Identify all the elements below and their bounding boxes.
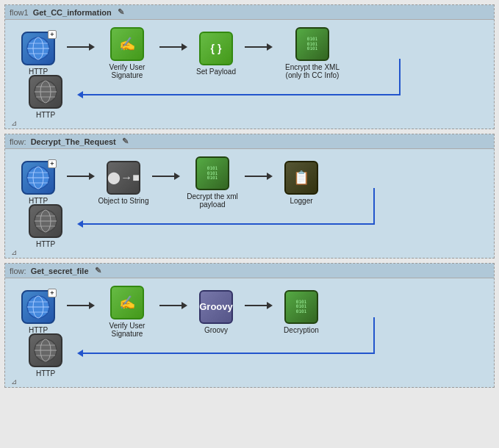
flow-content-2: + HTTP ⬤→■ <box>5 149 494 252</box>
node-object-2[interactable]: ⬤→■ Object to String <box>98 161 149 205</box>
return-line-v-3 <box>373 317 375 354</box>
node-label-http-return-2: HTTP <box>36 240 55 248</box>
node-label-http-return-3: HTTP <box>36 369 55 377</box>
resize-handle-1[interactable]: ⊿ <box>11 119 17 127</box>
node-label-http-2: HTTP <box>29 197 48 205</box>
flow-row-1: + HTTP ✍ <box>12 27 487 79</box>
http-icon-2[interactable]: + <box>21 161 55 195</box>
edit-icon-2[interactable]: ✎ <box>122 137 129 146</box>
globe-return-svg-2 <box>32 208 59 234</box>
flow-header-1: flow1 Get_CC_information ✎ <box>5 5 494 20</box>
node-groovy-3[interactable]: Groovy Groovy <box>190 290 242 334</box>
return-arrowhead-1 <box>77 91 83 98</box>
return-line-v-2 <box>373 188 375 225</box>
arrow-3-1-2 <box>67 302 95 309</box>
decrypt-icon-2[interactable]: 010101010101 <box>195 156 229 190</box>
flow-decrypt-request: flow: Decrypt_The_Request ✎ + HTTP <box>4 134 495 259</box>
arrow-3-3-4 <box>245 302 273 309</box>
http-icon-1[interactable]: + <box>21 32 55 65</box>
groovy-icon-3[interactable]: Groovy <box>199 290 233 324</box>
node-logger-2[interactable]: 📋 Logger <box>276 161 327 205</box>
flow-label-2: flow: <box>10 137 26 146</box>
node-http-1[interactable]: + HTTP <box>12 32 64 76</box>
globe-svg-2 <box>25 165 51 191</box>
flow-name-1: Get_CC_information <box>33 8 112 17</box>
node-setpayload-1[interactable]: { } Set Payload <box>190 32 242 76</box>
decryption-icon-3[interactable]: 010101010101 <box>284 290 318 324</box>
globe-return-svg-3 <box>32 337 59 364</box>
resize-handle-2[interactable]: ⊿ <box>11 248 17 256</box>
encrypt-icon-1[interactable]: 010101010101 <box>295 27 329 61</box>
node-label-http-return-1: HTTP <box>36 111 55 119</box>
node-label-http-3: HTTP <box>29 326 48 334</box>
return-arrowhead-2 <box>77 220 83 228</box>
return-line-h-2 <box>83 223 373 225</box>
flow-header-2: flow: Decrypt_The_Request ✎ <box>5 134 494 149</box>
node-decrypt-2[interactable]: 010101010101 Decrypt the xml payload <box>183 156 242 209</box>
globe-return-svg-1 <box>32 79 59 105</box>
http-return-icon-2[interactable] <box>29 204 62 238</box>
flow-header-3: flow: Get_secret_file ✎ <box>5 264 494 278</box>
setpayload-icon-1[interactable]: { } <box>199 32 233 65</box>
node-label-object-2: Object to String <box>98 197 149 205</box>
http-icon-3[interactable]: + <box>21 290 55 324</box>
node-http-3[interactable]: + HTTP <box>12 290 64 334</box>
return-line-v-1 <box>399 59 401 95</box>
node-http-return-3[interactable]: HTTP <box>20 333 71 377</box>
node-signature-1[interactable]: ✍ Verify User Signature <box>98 27 157 79</box>
arrow-3-4 <box>245 43 273 51</box>
logger-icon-2[interactable]: 📋 <box>284 161 318 195</box>
arrow-2-3 <box>159 43 187 51</box>
resize-handle-3[interactable]: ⊿ <box>11 377 17 386</box>
http-return-icon-3[interactable] <box>29 333 62 367</box>
node-http-2[interactable]: + HTTP <box>12 161 64 205</box>
flow-label-1: flow1 <box>10 8 29 17</box>
node-label-setpayload-1: Set Payload <box>196 68 236 76</box>
node-http-return-2[interactable]: HTTP <box>20 204 71 248</box>
edit-icon-1[interactable]: ✎ <box>118 7 124 17</box>
plus-badge-2: + <box>48 159 57 168</box>
return-arrowhead-3 <box>77 350 83 357</box>
binary-display-3: 010101010101 <box>296 300 306 314</box>
flow-get-secret-file: flow: Get_secret_file ✎ + HTTP <box>4 263 495 388</box>
flow-name-2: Decrypt_The_Request <box>31 137 116 146</box>
binary-display-2: 010101010101 <box>207 166 218 181</box>
edit-icon-3[interactable]: ✎ <box>95 266 101 275</box>
http-return-icon-1[interactable] <box>29 75 62 109</box>
return-line-h-3 <box>83 353 373 354</box>
node-label-decryption-3: Decryption <box>284 326 319 334</box>
node-signature-3[interactable]: ✍ Verify User Signature <box>98 286 157 338</box>
flow-row-2: + HTTP ⬤→■ <box>12 156 487 209</box>
node-encrypt-1[interactable]: 010101010101 Encrypt the XML (only th CC… <box>276 27 349 79</box>
arrow-1-2 <box>67 43 95 51</box>
flow-get-cc-information: flow1 Get_CC_information ✎ + HTTP <box>4 4 495 129</box>
arrow-2-1-2 <box>67 173 95 180</box>
flow-content-1: + HTTP ✍ <box>5 20 494 123</box>
arrow-2-2-3 <box>152 173 180 180</box>
binary-display-1: 010101010101 <box>307 37 317 51</box>
plus-badge-1: + <box>48 30 57 39</box>
node-label-logger-2: Logger <box>290 197 312 205</box>
signature-icon-3[interactable]: ✍ <box>110 286 144 319</box>
flow-name-3: Get_secret_file <box>31 267 89 275</box>
arrow-2-3-4 <box>245 173 273 180</box>
globe-svg-1 <box>25 35 51 62</box>
node-label-groovy-3: Groovy <box>204 326 228 334</box>
flow-label-3: flow: <box>10 267 26 275</box>
node-decryption-3[interactable]: 010101010101 Decryption <box>276 290 327 334</box>
node-label-http-1: HTTP <box>29 68 48 76</box>
arrow-3-2-3 <box>159 302 187 309</box>
return-line-h-1 <box>83 94 399 95</box>
plus-badge-3: + <box>48 289 57 297</box>
signature-icon-1[interactable]: ✍ <box>110 27 144 61</box>
globe-svg-3 <box>25 294 51 320</box>
object-icon-2[interactable]: ⬤→■ <box>107 161 140 195</box>
flow-content-3: + HTTP ✍ <box>5 278 494 381</box>
node-http-return-1[interactable]: HTTP <box>20 75 71 119</box>
flow-row-3: + HTTP ✍ <box>12 286 487 338</box>
